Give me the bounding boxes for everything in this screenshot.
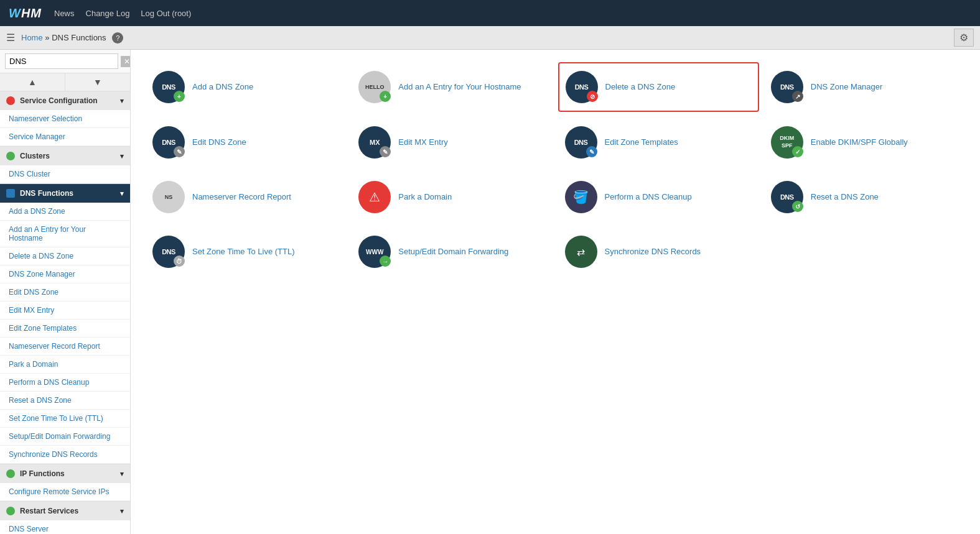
reset-dns-zone-label: Reset a DNS Zone bbox=[811, 191, 879, 203]
sidebar-section-header-service-config[interactable]: Service Configuration ▾ bbox=[0, 91, 130, 110]
sidebar-section-dns-functions: DNS Functions ▾ Add a DNS Zone Add an A … bbox=[0, 184, 130, 464]
chevron-down-icon: ▾ bbox=[120, 97, 124, 105]
sidebar-item-park-domain[interactable]: Park a Domain bbox=[0, 356, 130, 374]
sidebar-section-header-restart-services[interactable]: Restart Services ▾ bbox=[0, 502, 130, 520]
mx-badge-icon: ✎ bbox=[380, 146, 391, 157]
function-item-synchronize-dns-records[interactable]: ⇄ Synchronize DNS Records bbox=[558, 228, 759, 276]
sidebar-item-edit-dns-zone[interactable]: Edit DNS Zone bbox=[0, 283, 130, 302]
sidebar-item-edit-mx-entry[interactable]: Edit MX Entry bbox=[0, 302, 130, 320]
sidebar-item-add-a-entry[interactable]: Add an A Entry for Your Hostname bbox=[0, 221, 130, 247]
dns-cleanup-label: Perform a DNS Cleanup bbox=[605, 191, 692, 203]
dns-cleanup-icon: 🪣 bbox=[565, 181, 597, 213]
sidebar-section-header-dns-functions[interactable]: DNS Functions ▾ bbox=[0, 184, 130, 203]
sidebar-item-nameserver-record-report[interactable]: Nameserver Record Report bbox=[0, 338, 130, 356]
enable-dkim-icon: DKIMSPF ✓ bbox=[771, 126, 803, 159]
domain-forwarding-icon: WWW → bbox=[358, 236, 391, 268]
sidebar-item-dns-cluster[interactable]: DNS Cluster bbox=[0, 165, 130, 183]
sidebar-section-clusters: Clusters ▾ DNS Cluster bbox=[0, 147, 130, 184]
dns-zone-manager-label: DNS Zone Manager bbox=[811, 81, 883, 93]
search-clear-button[interactable]: ✕ bbox=[121, 56, 131, 67]
help-icon[interactable]: ? bbox=[112, 32, 123, 44]
add-dns-zone-icon: DNS + bbox=[152, 71, 185, 103]
reset-dns-zone-icon: DNS ↺ bbox=[771, 181, 803, 213]
nav-logout[interactable]: Log Out (root) bbox=[141, 9, 191, 18]
function-item-perform-dns-cleanup[interactable]: 🪣 Perform a DNS Cleanup bbox=[558, 173, 759, 221]
function-item-park-domain[interactable]: ⚠ Park a Domain bbox=[352, 173, 553, 221]
chevron-down-icon: ▾ bbox=[120, 470, 124, 478]
nav-changelog[interactable]: Change Log bbox=[86, 9, 130, 18]
restart-services-dot bbox=[6, 507, 15, 515]
function-item-enable-dkim[interactable]: DKIMSPF ✓ Enable DKIM/SPF Globally bbox=[764, 118, 965, 167]
add-a-entry-icon: HELLO + bbox=[358, 71, 391, 103]
sidebar-item-set-zone-ttl[interactable]: Set Zone Time To Live (TTL) bbox=[0, 410, 130, 428]
breadcrumb: Home » DNS Functions ? bbox=[21, 32, 123, 44]
function-item-edit-dns-zone[interactable]: DNS ✎ Edit DNS Zone bbox=[146, 118, 347, 167]
sidebar-section-header-clusters[interactable]: Clusters ▾ bbox=[0, 147, 130, 165]
sidebar: ✕ ▲ ▼ Service Configuration ▾ Nameserver… bbox=[0, 50, 131, 534]
sidebar-item-reset-dns-zone[interactable]: Reset a DNS Zone bbox=[0, 392, 130, 410]
sidebar-section-ip-functions: IP Functions ▾ Configure Remote Service … bbox=[0, 464, 130, 502]
breadcrumb-current: DNS Functions bbox=[52, 33, 106, 42]
sidebar-search-bar: ✕ bbox=[0, 50, 130, 73]
synchronize-dns-icon: ⇄ bbox=[565, 236, 597, 268]
sidebar-item-configure-remote-service-ips[interactable]: Configure Remote Service IPs bbox=[0, 483, 130, 501]
function-item-nameserver-record-report[interactable]: NS Nameserver Record Report bbox=[146, 173, 347, 221]
edit-mx-entry-icon: MX ✎ bbox=[358, 126, 391, 159]
edit-dns-zone-label: Edit DNS Zone bbox=[192, 137, 246, 148]
reset-badge-icon: ↺ bbox=[792, 201, 803, 212]
edit-zone-templates-label: Edit Zone Templates bbox=[605, 137, 678, 148]
sidebar-section-label-clusters: Clusters bbox=[20, 152, 50, 160]
dkim-badge-icon: ✓ bbox=[792, 146, 803, 157]
sidebar-item-perform-dns-cleanup[interactable]: Perform a DNS Cleanup bbox=[0, 374, 130, 392]
function-item-add-a-entry[interactable]: HELLO + Add an A Entry for Your Hostname bbox=[352, 62, 553, 112]
sidebar-item-synchronize-dns-records[interactable]: Synchronize DNS Records bbox=[0, 446, 130, 464]
sidebar-item-setup-domain-forwarding[interactable]: Setup/Edit Domain Forwarding bbox=[0, 428, 130, 446]
function-item-set-zone-ttl[interactable]: DNS ⏱ Set Zone Time To Live (TTL) bbox=[146, 228, 347, 276]
sidebar-item-nameserver-selection[interactable]: Nameserver Selection bbox=[0, 110, 130, 128]
template-badge-icon: ✎ bbox=[586, 146, 597, 157]
ip-functions-dot bbox=[6, 469, 15, 478]
dns-functions-grid: DNS + Add a DNS Zone HELLO + Add an A En… bbox=[146, 62, 965, 276]
dns-zone-manager-icon: DNS ↗ bbox=[771, 71, 803, 103]
add-badge-icon: + bbox=[174, 91, 185, 102]
function-item-setup-domain-forwarding[interactable]: WWW → Setup/Edit Domain Forwarding bbox=[352, 228, 553, 276]
function-item-add-dns-zone[interactable]: DNS + Add a DNS Zone bbox=[146, 62, 347, 112]
function-item-edit-mx-entry[interactable]: MX ✎ Edit MX Entry bbox=[352, 118, 553, 167]
function-item-reset-dns-zone[interactable]: DNS ↺ Reset a DNS Zone bbox=[764, 173, 965, 221]
enable-dkim-label: Enable DKIM/SPF Globally bbox=[811, 137, 908, 148]
breadcrumb-home[interactable]: Home bbox=[21, 33, 43, 42]
settings-button[interactable]: ⚙ bbox=[954, 29, 974, 47]
edit-badge-icon: ✎ bbox=[174, 146, 185, 157]
sidebar-item-edit-zone-templates[interactable]: Edit Zone Templates bbox=[0, 320, 130, 338]
sidebar-item-dns-zone-manager[interactable]: DNS Zone Manager bbox=[0, 265, 130, 283]
delete-badge-icon: ⊘ bbox=[587, 91, 598, 102]
service-config-dot bbox=[6, 96, 15, 105]
chevron-down-icon: ▾ bbox=[120, 507, 124, 515]
nameserver-record-label: Nameserver Record Report bbox=[192, 191, 291, 203]
chevron-down-icon: ▾ bbox=[120, 152, 124, 160]
synchronize-dns-label: Synchronize DNS Records bbox=[605, 246, 701, 257]
function-item-delete-dns-zone[interactable]: DNS ⊘ Delete a DNS Zone bbox=[558, 62, 759, 112]
top-navigation: WHM News Change Log Log Out (root) bbox=[0, 0, 980, 26]
function-item-edit-zone-templates[interactable]: DNS ✎ Edit Zone Templates bbox=[558, 118, 759, 167]
function-item-dns-zone-manager[interactable]: DNS ↗ DNS Zone Manager bbox=[764, 62, 965, 112]
sidebar-item-add-dns-zone[interactable]: Add a DNS Zone bbox=[0, 203, 130, 221]
sidebar-item-service-manager[interactable]: Service Manager bbox=[0, 128, 130, 146]
add-entry-badge-icon: + bbox=[380, 91, 391, 102]
sidebar-item-delete-dns-zone[interactable]: Delete a DNS Zone bbox=[0, 247, 130, 265]
search-input[interactable] bbox=[5, 53, 118, 69]
forward-badge-icon: → bbox=[380, 255, 391, 267]
edit-zone-templates-icon: DNS ✎ bbox=[565, 126, 597, 159]
manager-badge-icon: ↗ bbox=[792, 91, 803, 102]
sidebar-scroll-down[interactable]: ▼ bbox=[65, 73, 130, 91]
add-a-entry-label: Add an A Entry for Your Hostname bbox=[398, 81, 521, 93]
add-dns-zone-label: Add a DNS Zone bbox=[192, 81, 253, 93]
menu-icon[interactable]: ☰ bbox=[6, 32, 15, 44]
sidebar-navigation-arrows: ▲ ▼ bbox=[0, 73, 130, 91]
sidebar-item-dns-server[interactable]: DNS Server bbox=[0, 520, 130, 534]
nav-news[interactable]: News bbox=[54, 9, 75, 18]
nameserver-record-icon: NS bbox=[152, 181, 185, 213]
sidebar-section-header-ip-functions[interactable]: IP Functions ▾ bbox=[0, 464, 130, 483]
set-zone-ttl-label: Set Zone Time To Live (TTL) bbox=[192, 246, 295, 257]
sidebar-scroll-up[interactable]: ▲ bbox=[0, 73, 65, 91]
